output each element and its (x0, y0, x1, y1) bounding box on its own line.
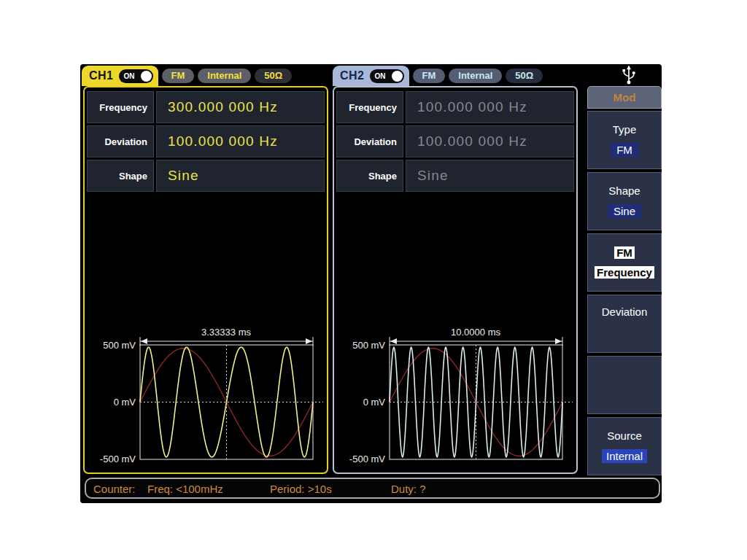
counter-period: Period: >10s (270, 482, 332, 494)
ch1-shape-row: Shape Sine (87, 160, 325, 192)
softkey-type[interactable]: Type FM (587, 111, 662, 169)
ch2-frequency-label: Frequency (336, 91, 403, 123)
ch1-deviation-value: 100.000 000 Hz (156, 125, 325, 158)
ch2-source-badge: Internal (449, 69, 502, 83)
softkey-source[interactable]: Source Internal (587, 417, 662, 475)
ch2-impedance-badge: 50Ω (506, 69, 543, 83)
svg-text:-500 mV: -500 mV (100, 454, 136, 464)
ch1-on-label: ON (124, 72, 135, 80)
ch1-header: CH1 ON FM Internal 50Ω (82, 66, 330, 86)
softkey-deviation-label: Deviation (602, 306, 648, 318)
softkey-fm-frequency-line1: FM (614, 246, 635, 259)
ch2-param-table: Frequency 100.000 000 Hz Deviation 100.0… (336, 91, 574, 192)
generator-screen: CH1 ON FM Internal 50Ω CH2 ON FM Interna… (80, 64, 662, 503)
ch2-header: CH2 ON FM Internal 50Ω (333, 66, 581, 86)
softkey-type-label: Type (613, 123, 637, 136)
softkey-source-label: Source (607, 429, 642, 442)
ch2-on-toggle[interactable]: ON (370, 69, 404, 83)
ch1-tab-label: CH1 (89, 69, 114, 82)
ch1-panel: Frequency 300.000 000 Hz Deviation 100.0… (83, 86, 328, 474)
svg-text:500 mV: 500 mV (352, 340, 385, 351)
softkey-shape-label: Shape (608, 184, 640, 197)
ch2-frequency-value: 100.000 000 Hz (406, 91, 574, 123)
svg-text:0 mV: 0 mV (363, 397, 386, 408)
ch2-shape-value: Sine (406, 160, 574, 192)
ch1-frequency-label: Frequency (87, 91, 154, 123)
ch1-shape-value: Sine (156, 160, 325, 192)
softkey-menu: Mod Type FM Shape Sine FM Frequency Devi… (587, 86, 662, 475)
ch1-frequency-row: Frequency 300.000 000 Hz (87, 91, 325, 123)
counter-title: Counter: (93, 482, 136, 494)
svg-text:10.0000 ms: 10.0000 ms (451, 327, 500, 338)
ch1-deviation-label: Deviation (87, 125, 154, 158)
softkey-deviation[interactable]: Deviation (587, 295, 662, 353)
menu-title-mod: Mod (587, 86, 662, 109)
ch1-source-badge: Internal (198, 69, 251, 83)
ch1-toggle-knob (141, 71, 152, 82)
ch2-panel: Frequency 100.000 000 Hz Deviation 100.0… (333, 86, 578, 474)
ch1-on-toggle[interactable]: ON (119, 69, 153, 83)
svg-text:0 mV: 0 mV (114, 397, 136, 408)
softkey-type-value: FM (611, 143, 638, 157)
ch1-impedance-badge: 50Ω (255, 69, 292, 83)
ch2-tab[interactable]: CH2 ON (333, 66, 409, 86)
ch2-frequency-row: Frequency 100.000 000 Hz (336, 91, 574, 123)
ch2-deviation-value: 100.000 000 Hz (406, 125, 574, 158)
softkey-blank (587, 356, 662, 414)
softkey-shape[interactable]: Shape Sine (587, 172, 662, 230)
softkey-fm-frequency[interactable]: FM Frequency (587, 233, 662, 292)
softkey-source-value: Internal (602, 449, 647, 463)
counter-bar: Counter: Freq: <100mHz Period: >10s Duty… (85, 478, 660, 499)
ch1-tab[interactable]: CH1 ON (82, 66, 158, 86)
counter-freq: Freq: <100mHz (147, 482, 223, 494)
counter-duty: Duty: ? (391, 482, 426, 494)
usb-icon (620, 65, 638, 85)
ch1-mod-badge: FM (162, 69, 195, 83)
ch2-tab-label: CH2 (340, 69, 365, 82)
menu-title-text: Mod (614, 91, 636, 104)
svg-text:500 mV: 500 mV (103, 340, 136, 351)
ch2-waveform-plot: 10.0000 ms 500 mV 0 mV -500 mV (334, 190, 575, 471)
ch2-deviation-label: Deviation (336, 125, 403, 158)
ch1-deviation-row: Deviation 100.000 000 Hz (87, 125, 325, 158)
ch1-frequency-value: 300.000 000 Hz (156, 91, 325, 123)
softkey-fm-frequency-line2: Frequency (595, 266, 654, 279)
ch2-mod-badge: FM (413, 69, 446, 83)
ch2-on-label: ON (375, 72, 386, 80)
ch1-shape-label: Shape (87, 160, 154, 192)
ch1-waveform-plot: 3.33333 ms 500 mV 0 mV -500 mV (85, 190, 325, 471)
ch2-toggle-knob (392, 71, 403, 82)
ch2-shape-label: Shape (336, 160, 403, 192)
ch2-shape-row: Shape Sine (336, 160, 574, 192)
ch2-deviation-row: Deviation 100.000 000 Hz (336, 125, 574, 158)
svg-text:3.33333 ms: 3.33333 ms (201, 327, 251, 338)
ch1-param-table: Frequency 300.000 000 Hz Deviation 100.0… (87, 91, 325, 192)
softkey-shape-value: Sine (608, 204, 641, 218)
svg-text:-500 mV: -500 mV (349, 454, 385, 464)
